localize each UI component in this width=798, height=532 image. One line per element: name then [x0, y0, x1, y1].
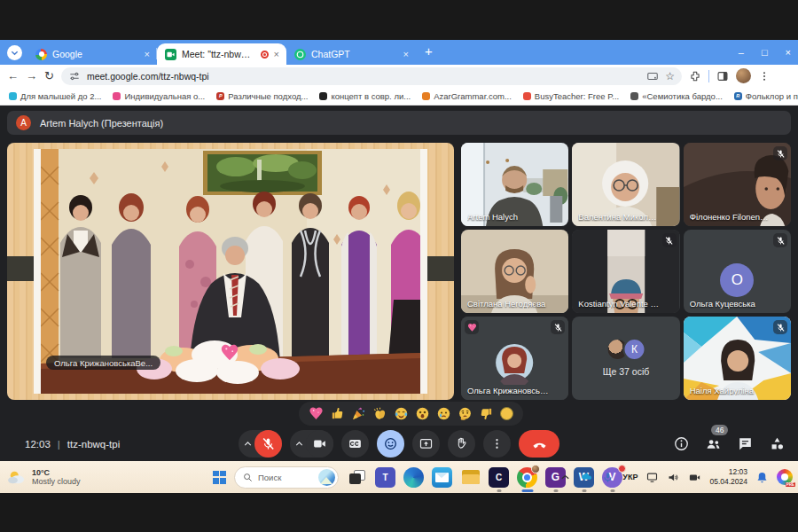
activities-icon [769, 435, 786, 452]
tray-clock[interactable]: 12:03 05.04.2024 [709, 467, 747, 486]
camera-icon [312, 436, 327, 451]
url-text[interactable]: meet.google.com/ttz-nbwq-tpi [87, 71, 640, 82]
close-icon[interactable]: × [145, 50, 150, 59]
back-button[interactable]: ← [7, 70, 19, 82]
network-display-icon[interactable] [645, 471, 659, 484]
browser-menu-icon[interactable] [758, 70, 771, 82]
bookmark-item[interactable]: PРазличные подход... [216, 91, 308, 101]
reactions-button[interactable] [377, 430, 404, 458]
taskbar-clipchamp-icon[interactable]: C [489, 467, 509, 488]
address-bar[interactable]: meet.google.com/ttz-nbwq-tpi ☆ [61, 67, 682, 85]
thumbs-up-reaction[interactable] [330, 406, 345, 421]
mic-muted-icon [773, 320, 787, 334]
present-icon [419, 436, 434, 451]
people-icon [705, 435, 722, 452]
tab-label: ChatGPT [311, 49, 398, 59]
participant-tile-valentyna[interactable]: Валентина Миколаївна [572, 143, 679, 226]
participant-tile-filonenko[interactable]: Філоненко Filonenko Н... [684, 143, 791, 226]
site-settings-icon[interactable] [68, 70, 81, 82]
color-app-icon[interactable]: PRE [777, 469, 793, 485]
window-close-button[interactable]: × [786, 47, 791, 58]
participant-tile-kostiantyn[interactable]: Kostiantyn Valente (Ко... [572, 230, 679, 313]
cast-icon[interactable] [646, 70, 659, 82]
thumbs-down-reaction[interactable] [479, 406, 494, 421]
presentation-tile[interactable]: Ольга КрижановськаВе... [7, 143, 454, 400]
taskbar-teams-icon[interactable]: T [375, 467, 395, 488]
tab-chatgpt[interactable]: ChatGPT × [286, 43, 416, 65]
tab-google[interactable]: Google × [27, 43, 157, 65]
speaker-icon[interactable] [667, 471, 680, 484]
bookmarks-bar: Для малышей до 2... Индивидуальная о... … [0, 87, 798, 106]
forward-button[interactable]: → [26, 70, 37, 82]
mic-options-chevron-icon[interactable] [242, 438, 254, 450]
clapping-hands-reaction[interactable] [372, 406, 387, 421]
bookmark-item[interactable]: AzarGrammar.com... [422, 91, 512, 101]
reactions-bar [299, 402, 523, 426]
close-icon[interactable]: × [274, 50, 279, 59]
bookmark-item[interactable]: «Семиотика бардо... [630, 91, 723, 101]
thinking-reaction[interactable] [458, 406, 473, 421]
profile-avatar[interactable] [736, 68, 751, 83]
notification-bell-icon[interactable] [755, 471, 769, 484]
start-button[interactable] [213, 471, 226, 484]
participant-tile-artem[interactable]: Artem Halych [461, 143, 568, 226]
language-indicator[interactable]: УКР [622, 473, 638, 481]
party-popper-reaction[interactable] [351, 406, 366, 421]
camera-indicator-icon[interactable] [688, 471, 701, 484]
tray-date: 05.04.2024 [709, 477, 747, 487]
bookmark-star-icon[interactable]: ☆ [665, 70, 675, 82]
close-icon[interactable]: × [403, 50, 409, 59]
tab-search-button[interactable] [7, 45, 22, 60]
participant-grid: Artem Halych Валент [461, 143, 791, 400]
more-participants-tile[interactable]: К Ще 37 осіб [572, 317, 679, 400]
taskbar-mail-icon[interactable] [432, 467, 452, 488]
mic-muted-icon [773, 146, 787, 160]
bookmark-item[interactable]: концепт в совр. ли... [319, 91, 411, 101]
meeting-details-button[interactable] [673, 435, 690, 452]
hidden-icons-chevron[interactable] [559, 471, 572, 484]
participant-tile-olha-kutsevska[interactable]: О Ольга Куцевська [684, 230, 791, 313]
reload-button[interactable]: ↻ [44, 70, 54, 82]
search-placeholder: Поиск [258, 473, 313, 482]
end-call-button[interactable] [519, 430, 559, 458]
raise-hand-button[interactable] [448, 430, 475, 458]
weather-widget[interactable]: 10°C Mostly cloudy [7, 468, 81, 487]
bookmark-item[interactable]: Индивидуальная о... [113, 91, 205, 101]
tears-of-joy-reaction[interactable] [394, 406, 409, 421]
astonished-reaction[interactable] [415, 406, 430, 421]
window-maximize-button[interactable]: □ [762, 47, 768, 58]
taskbar-file-explorer-icon[interactable] [460, 467, 481, 488]
skin-tone-selector[interactable] [500, 407, 513, 420]
mic-toggle-button[interactable] [254, 430, 282, 458]
participant-tile-svitlana[interactable]: Світлана Негодяєва [461, 230, 568, 313]
presenter-banner[interactable]: A Artem Halych (Презентація) [7, 111, 791, 135]
onedrive-icon[interactable] [580, 471, 593, 484]
taskbar-search[interactable]: Поиск [234, 466, 339, 489]
sparkling-heart-reaction[interactable] [309, 406, 324, 421]
new-tab-button[interactable]: + [425, 43, 433, 59]
window-minimize-button[interactable]: – [739, 47, 744, 58]
taskbar-edge-icon[interactable] [403, 467, 424, 488]
tab-meet[interactable]: Meet: "ttz-nbwq-tpi" × [157, 43, 286, 65]
participant-tile-olha-kryzhanovska[interactable]: Ольга КрижановськаВ... [461, 317, 568, 400]
activities-button[interactable] [769, 435, 786, 452]
chat-panel-button[interactable] [737, 435, 754, 452]
task-view-button[interactable] [347, 467, 367, 488]
participant-tile-nailia[interactable]: Наіля Хайруліна [684, 317, 791, 400]
bookmark-item[interactable]: Для малышей до 2... [9, 91, 101, 101]
more-options-button[interactable] [483, 430, 511, 458]
heart-reaction-icon [465, 320, 479, 334]
camera-options-chevron-icon[interactable] [293, 438, 305, 450]
captions-button[interactable] [341, 430, 369, 458]
side-panel-icon[interactable] [716, 70, 729, 82]
extensions-icon[interactable] [689, 70, 701, 82]
crying-reaction[interactable] [436, 406, 451, 421]
microphone-tray-icon[interactable] [601, 471, 614, 484]
people-panel-button[interactable]: 46 [705, 435, 722, 452]
bookmark-item[interactable]: RФольклор и постф... [734, 91, 798, 101]
tab-label: Meet: "ttz-nbwq-tpi" [182, 49, 255, 59]
present-screen-button[interactable] [412, 430, 440, 458]
bookmark-item[interactable]: BusyTeacher: Free P... [523, 91, 619, 101]
taskbar-chrome-icon[interactable] [517, 467, 537, 488]
camera-toggle-button[interactable] [306, 430, 333, 458]
